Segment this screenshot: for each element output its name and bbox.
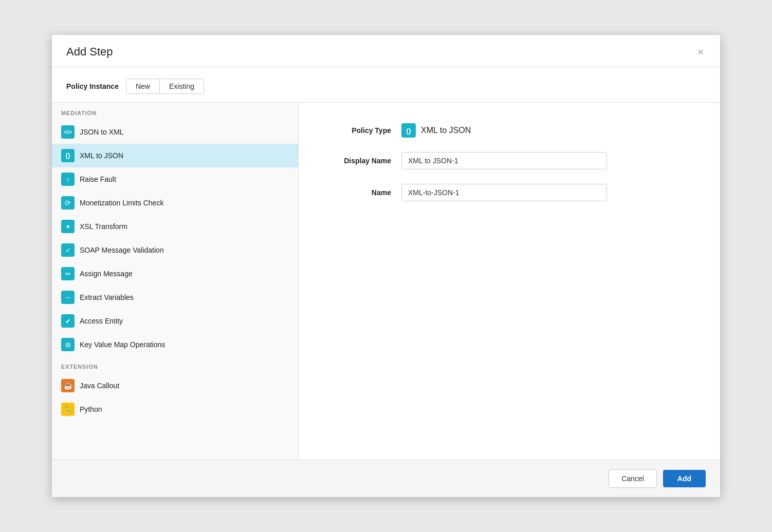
xsl-transform-icon: ✦ [61, 220, 75, 233]
add-button[interactable]: Add [663, 470, 706, 487]
list-item[interactable]: → Extract Variables [52, 286, 298, 309]
policy-instance-label: Policy Instance [66, 82, 119, 90]
xml-to-json-label: XML to JSON [80, 151, 123, 160]
java-callout-icon: ☕ [61, 379, 75, 392]
cancel-button[interactable]: Cancel [609, 469, 657, 488]
name-label: Name [324, 188, 391, 197]
add-step-dialog: Add Step × Policy Instance New Existing … [52, 35, 720, 497]
list-item[interactable]: ✦ XSL Transform [52, 215, 298, 238]
key-value-map-label: Key Value Map Operations [80, 340, 165, 349]
list-item[interactable]: 🐍 Python [52, 397, 298, 421]
list-item[interactable]: ↑ Raise Fault [52, 167, 298, 191]
display-name-row: Display Name [324, 152, 694, 169]
policy-type-icon: {} [401, 123, 416, 138]
access-entity-label: Access Entity [80, 317, 123, 325]
json-to-xml-label: JSON to XML [80, 128, 124, 136]
list-item[interactable]: ✓ SOAP Message Validation [52, 238, 298, 262]
right-panel: Policy Type {} XML to JSON Display Name … [299, 103, 720, 460]
toggle-existing[interactable]: Existing [160, 79, 204, 93]
extract-variables-label: Extract Variables [80, 293, 134, 301]
display-name-input[interactable] [401, 152, 607, 169]
dialog-body: MEDIATION </> JSON to XML {} XML to JSON… [52, 102, 720, 460]
list-item[interactable]: ⊞ Key Value Map Operations [52, 333, 298, 356]
python-label: Python [80, 405, 102, 413]
section-mediation-label: MEDIATION [52, 103, 298, 120]
soap-validation-label: SOAP Message Validation [80, 246, 164, 254]
extract-variables-icon: → [61, 291, 75, 304]
monetization-icon: ⟳ [61, 196, 75, 210]
policy-instance-row: Policy Instance New Existing [52, 67, 720, 102]
list-item[interactable]: </> JSON to XML [52, 120, 298, 144]
list-item[interactable]: ✏ Assign Message [52, 262, 298, 286]
monetization-label: Monetization Limits Check [80, 199, 163, 207]
list-item[interactable]: ☕ Java Callout [52, 374, 298, 397]
list-item[interactable]: {} XML to JSON [52, 144, 298, 167]
dialog-footer: Cancel Add [52, 460, 720, 497]
python-icon: 🐍 [61, 403, 75, 416]
left-panel: MEDIATION </> JSON to XML {} XML to JSON… [52, 103, 299, 460]
xml-to-json-icon: {} [61, 149, 75, 162]
java-callout-label: Java Callout [80, 382, 119, 390]
policy-instance-toggle: New Existing [126, 79, 204, 94]
section-extension-label: EXTENSION [52, 356, 298, 374]
list-item[interactable]: ⟳ Monetization Limits Check [52, 191, 298, 215]
xsl-transform-label: XSL Transform [80, 222, 127, 231]
raise-fault-label: Raise Fault [80, 175, 116, 183]
display-name-label: Display Name [324, 157, 391, 165]
policy-type-label: Policy Type [324, 126, 391, 135]
assign-message-icon: ✏ [61, 267, 75, 280]
raise-fault-icon: ↑ [61, 173, 75, 186]
policy-type-row: Policy Type {} XML to JSON [324, 123, 694, 138]
access-entity-icon: ✔ [61, 314, 75, 328]
toggle-new[interactable]: New [126, 79, 160, 93]
json-to-xml-icon: </> [61, 125, 75, 139]
name-row: Name [324, 184, 694, 201]
list-item[interactable]: ✔ Access Entity [52, 309, 298, 333]
key-value-map-icon: ⊞ [61, 338, 75, 351]
close-button[interactable]: × [695, 47, 706, 57]
soap-validation-icon: ✓ [61, 243, 75, 257]
name-input[interactable] [401, 184, 607, 201]
dialog-title: Add Step [66, 45, 113, 59]
dialog-header: Add Step × [52, 35, 720, 67]
policy-type-display: {} XML to JSON [401, 123, 471, 138]
assign-message-label: Assign Message [80, 270, 133, 278]
policy-type-value: XML to JSON [421, 126, 471, 135]
